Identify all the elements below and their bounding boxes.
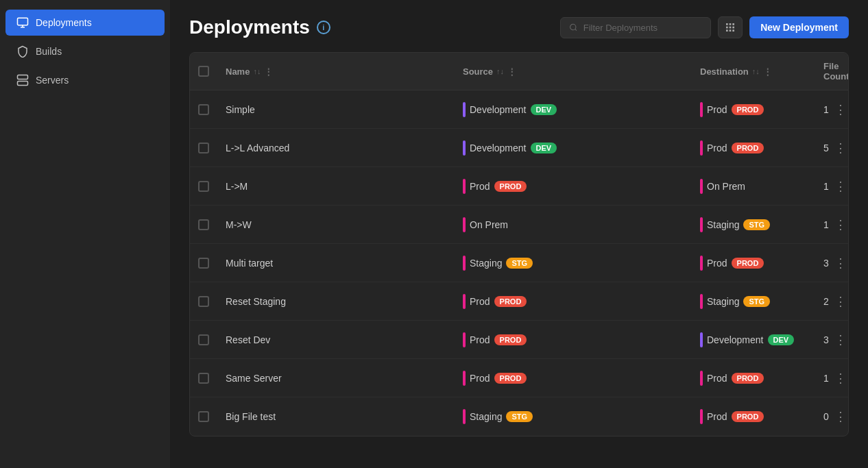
env-badge: STG	[743, 219, 770, 230]
env-badge: PROD	[494, 181, 527, 192]
row-menu-button[interactable]: ⋮	[829, 368, 849, 389]
env-label: Prod	[707, 411, 727, 422]
svg-rect-2	[18, 82, 28, 86]
builds-icon	[16, 45, 29, 58]
env-label: Development	[470, 104, 527, 115]
env-badge: DEV	[531, 104, 557, 115]
search-input[interactable]	[583, 23, 702, 33]
sidebar-label-deployments: Deployments	[36, 17, 92, 28]
table-row: Reset Staging ProdPROD StagingSTG 2 ⋮	[190, 282, 848, 321]
th-destination-menu[interactable]: ⋮	[763, 66, 772, 77]
row-menu-button[interactable]: ⋮	[829, 253, 849, 273]
sort-name-icon[interactable]: ↑↓	[253, 67, 261, 75]
row-name: L->L Advanced	[217, 136, 455, 160]
env-badge: PROD	[732, 373, 764, 384]
deployments-icon	[16, 16, 29, 29]
table-row: Simple DevelopmentDEV ProdPROD 1 ⋮	[190, 90, 848, 129]
grid-view-button[interactable]	[718, 16, 743, 38]
env-bar	[463, 256, 466, 271]
row-checkbox[interactable]	[198, 181, 209, 192]
svg-rect-13	[730, 29, 732, 32]
svg-rect-6	[726, 23, 728, 25]
th-source-label: Source	[463, 66, 493, 77]
row-menu-button[interactable]: ⋮	[829, 99, 849, 120]
env-label: Prod	[470, 334, 490, 345]
env-label: Development	[470, 143, 527, 153]
table-row: M->W On Prem StagingSTG 1 ⋮	[190, 206, 848, 244]
row-name: Big File test	[217, 404, 455, 429]
row-checkbox[interactable]	[198, 334, 209, 345]
row-menu-button[interactable]: ⋮	[829, 291, 849, 312]
row-name: Same Server	[217, 366, 455, 391]
table-row: L->L Advanced DevelopmentDEV ProdPROD 5 …	[190, 129, 848, 167]
th-source-menu[interactable]: ⋮	[507, 66, 516, 77]
row-checkbox[interactable]	[198, 411, 209, 422]
env-badge: PROD	[732, 258, 764, 269]
th-filecount-label: File Count	[823, 61, 849, 82]
row-menu-button[interactable]: ⋮	[829, 330, 849, 350]
main-content: Deployments i New Deployment	[170, 0, 868, 468]
env-cell: ProdPROD	[692, 364, 815, 393]
row-checkbox[interactable]	[198, 258, 209, 269]
row-checkbox[interactable]	[198, 373, 209, 384]
row-name: Simple	[217, 97, 455, 122]
svg-rect-14	[733, 29, 735, 32]
env-cell: StagingSTG	[455, 402, 692, 431]
info-icon[interactable]: i	[317, 21, 330, 34]
env-cell: On Prem	[692, 172, 815, 201]
row-name: M->W	[217, 212, 455, 237]
new-deployment-button[interactable]: New Deployment	[749, 16, 849, 38]
select-all-checkbox[interactable]	[198, 66, 209, 77]
env-bar	[463, 371, 466, 386]
row-checkbox[interactable]	[198, 296, 209, 307]
row-menu-button[interactable]: ⋮	[829, 138, 849, 158]
env-bar	[463, 409, 466, 424]
env-label: Prod	[707, 143, 727, 153]
env-cell: ProdPROD	[455, 364, 692, 393]
row-name: Multi target	[217, 251, 455, 275]
filecount-value: 1	[823, 219, 829, 230]
svg-rect-9	[726, 27, 728, 29]
row-check-col	[190, 373, 217, 384]
table-row: Reset Dev ProdPROD DevelopmentDEV 3 ⋮	[190, 321, 848, 359]
env-cell: ProdPROD	[692, 249, 815, 278]
table-row: Same Server ProdPROD ProdPROD 1 ⋮	[190, 359, 848, 397]
search-icon	[569, 23, 578, 32]
th-name-menu[interactable]: ⋮	[264, 66, 273, 77]
filecount-value: 3	[823, 258, 829, 269]
row-check-col	[190, 411, 217, 422]
table-row: Multi target StagingSTG ProdPROD 3 ⋮	[190, 244, 848, 282]
env-cell: StagingSTG	[455, 249, 692, 278]
row-filecount: 3 ⋮	[815, 246, 848, 280]
env-label: Staging	[470, 411, 502, 422]
sidebar-item-servers[interactable]: Servers	[5, 67, 165, 93]
env-cell: ProdPROD	[455, 172, 692, 201]
sidebar-item-deployments[interactable]: Deployments	[5, 10, 165, 36]
sidebar-label-builds: Builds	[36, 46, 62, 57]
env-bar	[700, 217, 703, 232]
th-filecount: File Count ↑↓ ⋮	[815, 60, 848, 83]
env-badge: PROD	[494, 296, 527, 307]
env-label: On Prem	[470, 219, 508, 230]
row-checkbox[interactable]	[198, 219, 209, 230]
deployments-table: Name ↑↓ ⋮ Source ↑↓ ⋮ Destination ↑↓ ⋮ F…	[189, 52, 849, 436]
env-bar	[700, 332, 703, 347]
sort-source-icon[interactable]: ↑↓	[496, 67, 504, 75]
env-label: Prod	[470, 296, 490, 307]
env-label: Staging	[707, 296, 739, 307]
sort-destination-icon[interactable]: ↑↓	[752, 67, 760, 75]
row-filecount: 1 ⋮	[815, 361, 848, 395]
env-label: Development	[707, 334, 764, 345]
env-bar	[700, 409, 703, 424]
sidebar-item-builds[interactable]: Builds	[5, 38, 165, 64]
env-bar	[700, 179, 703, 194]
row-checkbox[interactable]	[198, 143, 209, 153]
row-filecount: 0 ⋮	[815, 399, 848, 434]
row-checkbox[interactable]	[198, 104, 209, 115]
row-menu-button[interactable]: ⋮	[829, 176, 849, 197]
env-badge: DEV	[531, 143, 557, 153]
filecount-value: 1	[823, 181, 829, 192]
row-menu-button[interactable]: ⋮	[829, 406, 849, 427]
env-label: On Prem	[707, 181, 745, 192]
row-menu-button[interactable]: ⋮	[829, 214, 849, 235]
